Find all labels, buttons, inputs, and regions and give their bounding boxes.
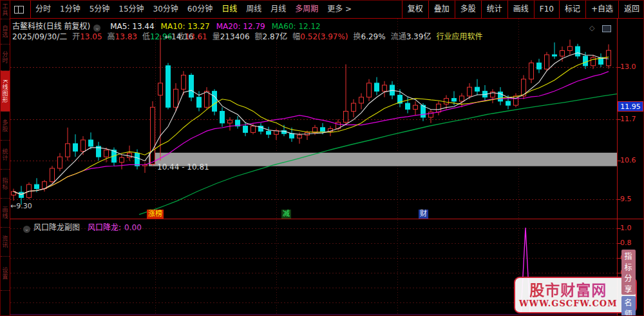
event-tag[interactable]: 减	[281, 210, 291, 219]
watermark-badge: 指标分享	[621, 250, 636, 295]
kline-chart-canvas[interactable]	[1, 1, 644, 316]
chevron-down-icon[interactable]: ⌄	[23, 226, 30, 233]
watermark: 股市财富网 WWW.GSCFW.COM 指标分享名师课程	[514, 277, 637, 313]
axis-price-label: 10.6	[620, 156, 644, 165]
quote-field-label: 量	[213, 32, 220, 41]
event-tag[interactable]: 涨榜	[147, 210, 164, 219]
annotation-high-price: ←14.16	[165, 32, 193, 41]
annotation-gap-range: 10.44 - 10.81	[157, 163, 209, 172]
ma-value: MA5: 13.44	[110, 22, 154, 31]
quote-field-label: 换	[354, 32, 361, 41]
event-tag[interactable]: 财	[419, 210, 428, 219]
stock-title[interactable]: 古鳌科技(日线 前复权)	[12, 22, 90, 31]
quote-field-label: 高	[108, 32, 115, 41]
last-price-badge: 11.95	[618, 101, 643, 112]
quote-field-value: 13.83	[115, 32, 137, 41]
quote-field-label: 流通	[391, 32, 406, 41]
axis-price-label: 11.7	[620, 115, 644, 124]
ma-value: MA10: 13.27	[161, 22, 210, 31]
quote-field-value: 213406	[220, 32, 250, 41]
watermark-badges: 指标分享名师课程	[621, 248, 636, 316]
diamond-icon[interactable]: ◇	[589, 24, 594, 32]
watermark-url: WWW.GSCFW.COM	[519, 299, 618, 308]
sub-indicator-value: 0.00	[124, 223, 142, 232]
ma-value: MA60: 12.12	[272, 22, 321, 31]
quote-field-label: 开	[72, 32, 80, 41]
sub-indicator-header: ⌄风口降龙副图风口降龙:0.00	[20, 221, 142, 233]
quote-field-value: 行业应用软件	[436, 32, 482, 41]
axis-price-label: 9.5	[620, 195, 644, 204]
watermark-badge: 名师课程	[621, 296, 636, 316]
sub-indicator-title[interactable]: 风口降龙副图	[33, 223, 80, 232]
axis-price-label: 0.8	[620, 239, 644, 248]
watermark-text: 股市财富网 WWW.GSCFW.COM	[519, 282, 618, 308]
trading-app-window: 工具自选分时K线图形多股统计指标画线资讯设置 分时1分钟5分钟15分钟30分钟6…	[0, 0, 644, 316]
axis-price-label: 1.0	[620, 224, 644, 233]
quote-field-label: 幅	[292, 32, 300, 41]
quote-field-value: 0.52(3.97%)	[300, 32, 348, 41]
quote-field-value: 13.05	[80, 32, 102, 41]
quote-field-label: 额	[255, 32, 263, 41]
quote-line: 2025/09/30/二开13.05高13.83低12.96收13.61量213…	[12, 30, 482, 41]
quote-field-value: 3.39亿	[406, 32, 431, 41]
quote-date: 2025/09/30/二	[12, 32, 67, 41]
gap-band	[149, 153, 617, 166]
axis-price-label: 13.0	[620, 63, 644, 72]
ma-value: MA20: 12.79	[216, 22, 265, 31]
annotation-low-price: ←9.30	[10, 202, 32, 210]
quote-field-label: 低	[142, 32, 150, 41]
quote-field-value: 2.87亿	[263, 32, 288, 41]
panel-maximize-icon[interactable]	[602, 25, 611, 32]
sub-indicator-label: 风口降龙:	[88, 223, 121, 232]
quote-field-value: 6.29%	[361, 32, 386, 41]
watermark-site-name: 股市财富网	[519, 282, 618, 299]
